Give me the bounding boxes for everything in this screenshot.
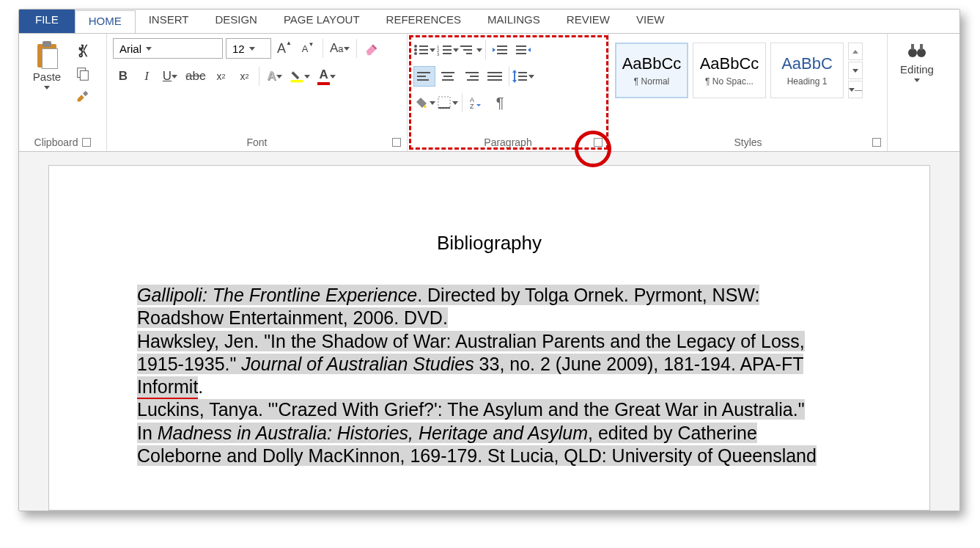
bullets-button[interactable] xyxy=(413,40,435,60)
bullets-icon xyxy=(413,44,428,56)
paste-button[interactable]: Paste xyxy=(25,38,69,107)
align-right-icon xyxy=(464,70,479,82)
justify-button[interactable] xyxy=(484,66,506,87)
svg-rect-23 xyxy=(516,53,526,54)
svg-rect-20 xyxy=(497,53,507,54)
numbering-icon: 123 xyxy=(437,44,452,56)
tab-references[interactable]: REFERENCES xyxy=(373,10,475,33)
document-page[interactable]: Bibliography Gallipoli: The Frontline Ex… xyxy=(48,165,930,511)
align-left-button[interactable] xyxy=(413,66,435,87)
increase-indent-button[interactable] xyxy=(512,40,534,60)
tab-page-layout[interactable]: PAGE LAYOUT xyxy=(270,10,373,33)
e1-tail: . Directed by Tolga Ornek. Pyrmont, NSW: xyxy=(417,285,759,305)
svg-rect-37 xyxy=(518,72,527,73)
svg-rect-30 xyxy=(465,72,479,73)
tab-review[interactable]: REVIEW xyxy=(553,10,623,33)
sub-x: x xyxy=(216,70,221,82)
editing-label: Editing xyxy=(900,63,934,76)
style-h1-name: Heading 1 xyxy=(787,76,828,87)
e2-a: Hawksley, Jen. "In the Shadow of War: Au… xyxy=(137,331,805,351)
binoculars-icon xyxy=(907,43,927,60)
styles-scroll-up[interactable] xyxy=(848,43,863,60)
format-painter-button[interactable] xyxy=(73,88,92,107)
svg-rect-4 xyxy=(419,45,428,47)
svg-rect-28 xyxy=(443,76,452,77)
underline-u: U xyxy=(163,69,172,84)
svg-rect-19 xyxy=(497,49,507,51)
shading-button[interactable] xyxy=(413,92,435,113)
scissors-icon xyxy=(75,43,91,59)
paragraph-group-label: Paragraph xyxy=(484,136,531,148)
font-group-label: Font xyxy=(246,136,267,148)
svg-rect-10 xyxy=(443,45,452,47)
ribbon: Paste Clipboard xyxy=(19,33,959,152)
style-normal[interactable]: AaBbCc ¶ Normal xyxy=(615,43,688,98)
borders-icon xyxy=(438,96,451,109)
svg-rect-15 xyxy=(460,45,472,47)
font-name-value: Arial xyxy=(119,43,141,55)
decrease-indent-button[interactable] xyxy=(489,40,511,60)
tab-file[interactable]: FILE xyxy=(19,10,75,33)
find-button[interactable] xyxy=(907,43,927,60)
underline-button[interactable]: U xyxy=(160,66,180,87)
align-center-button[interactable] xyxy=(437,66,459,87)
group-paragraph: 123 AZ xyxy=(408,34,609,151)
svg-rect-1 xyxy=(80,70,88,80)
align-right-button[interactable] xyxy=(460,66,482,87)
tab-view[interactable]: VIEW xyxy=(623,10,677,33)
tab-mailings[interactable]: MAILINGS xyxy=(474,10,553,33)
borders-button[interactable] xyxy=(437,92,459,113)
tab-insert[interactable]: INSERT xyxy=(136,10,202,33)
svg-text:3: 3 xyxy=(437,52,440,56)
font-size-value: 12 xyxy=(232,43,245,55)
svg-rect-12 xyxy=(443,49,452,51)
bold-button[interactable]: B xyxy=(113,66,133,87)
text-effects-button[interactable]: A xyxy=(264,66,284,87)
clipboard-launcher[interactable] xyxy=(82,138,91,147)
strikethrough-button[interactable]: abc xyxy=(183,66,207,87)
style-heading1[interactable]: AaBbC Heading 1 xyxy=(770,43,844,98)
svg-rect-8 xyxy=(419,53,428,54)
styles-launcher[interactable] xyxy=(872,138,881,147)
font-name-combo[interactable]: Arial xyxy=(113,38,223,59)
paragraph-launcher[interactable] xyxy=(594,138,603,147)
font-color-button[interactable]: A xyxy=(315,66,337,87)
copy-button[interactable] xyxy=(73,65,92,84)
tab-home[interactable]: HOME xyxy=(75,10,136,34)
styles-scroll-down[interactable] xyxy=(848,62,863,79)
font-launcher[interactable] xyxy=(392,138,401,147)
cut-button[interactable] xyxy=(73,41,92,60)
shrink-font-button[interactable]: A▼ xyxy=(298,38,318,59)
highlight-button[interactable] xyxy=(287,66,312,87)
e3-b: In xyxy=(137,423,158,443)
style-no-spacing[interactable]: AaBbCc ¶ No Spac... xyxy=(693,43,766,98)
clear-formatting-button[interactable] xyxy=(361,38,382,59)
svg-rect-40 xyxy=(438,97,450,109)
group-styles: AaBbCc ¶ Normal AaBbCc ¶ No Spac... AaBb… xyxy=(609,34,888,151)
show-marks-button[interactable]: ¶ xyxy=(489,92,511,113)
e2-e: Informit xyxy=(137,376,198,399)
svg-rect-39 xyxy=(518,79,527,81)
font-size-combo[interactable]: 12 xyxy=(226,38,271,59)
group-font: Arial 12 A▲ A▼ Aa B I xyxy=(107,34,408,151)
grow-font-button[interactable]: A▲ xyxy=(274,38,295,59)
subscript-button[interactable]: x2 xyxy=(210,66,231,87)
sub-2: 2 xyxy=(221,73,225,80)
numbering-button[interactable]: 123 xyxy=(437,40,459,60)
word-window: FILE HOME INSERT DESIGN PAGE LAYOUT REFE… xyxy=(18,9,960,511)
multilevel-list-button[interactable] xyxy=(460,40,482,60)
svg-rect-22 xyxy=(516,49,526,51)
svg-rect-17 xyxy=(466,53,472,54)
svg-rect-16 xyxy=(463,49,472,51)
italic-button[interactable]: I xyxy=(136,66,157,87)
e3-e: Coleborne and Dolly MacKinnon, 169-179. … xyxy=(137,445,817,466)
superscript-button[interactable]: x2 xyxy=(234,66,254,87)
change-case-button[interactable]: Aa xyxy=(328,38,352,59)
svg-rect-31 xyxy=(470,76,479,77)
line-spacing-button[interactable] xyxy=(512,66,534,87)
styles-expand[interactable] xyxy=(848,81,863,98)
style-normal-preview: AaBbCc xyxy=(622,54,682,73)
tab-design[interactable]: DESIGN xyxy=(202,10,270,33)
svg-point-5 xyxy=(414,48,417,51)
sort-button[interactable]: AZ xyxy=(465,92,487,113)
